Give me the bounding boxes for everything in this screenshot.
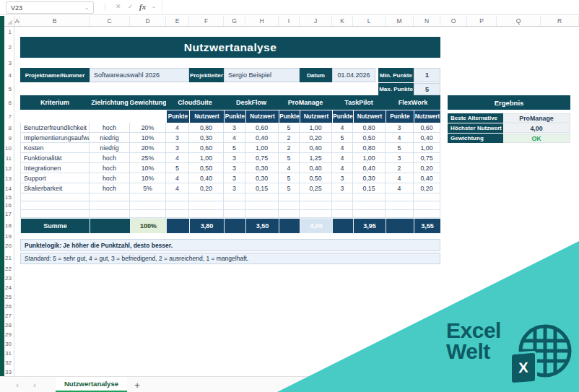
cell-empty[interactable] xyxy=(386,210,414,218)
row-number-27[interactable]: 27 xyxy=(4,311,14,321)
min-punkte-value[interactable]: 1 xyxy=(414,68,440,82)
row-number-21[interactable]: 21 xyxy=(4,252,14,264)
cell-gewichtung[interactable]: 10% xyxy=(130,133,166,143)
row-number-31[interactable]: 31 xyxy=(4,349,14,358)
cell-punkte[interactable]: 3 xyxy=(224,173,245,183)
cell-nutzwert[interactable]: 1,00 xyxy=(189,153,224,163)
row-number-13[interactable]: 13 xyxy=(4,173,14,183)
column-header-N[interactable]: N xyxy=(414,16,440,26)
cell-nutzwert[interactable]: 0,80 xyxy=(189,123,224,133)
cell-empty[interactable] xyxy=(386,201,414,209)
column-header-H[interactable]: H xyxy=(245,16,279,26)
row-number-2[interactable]: 2 xyxy=(4,37,14,58)
column-header-L[interactable]: L xyxy=(353,16,386,26)
cell-empty[interactable] xyxy=(279,193,300,201)
tab-next-arrow[interactable]: › xyxy=(27,377,42,392)
cell-punkte[interactable]: 2 xyxy=(279,133,300,143)
row-number-6[interactable]: 6 xyxy=(4,95,14,110)
cell-nutzwert[interactable]: 0,30 xyxy=(245,173,279,183)
column-header-F[interactable]: F xyxy=(189,16,224,26)
cell-punkte[interactable]: 4 xyxy=(166,183,189,193)
accept-icon[interactable]: ✓ xyxy=(128,3,134,10)
max-punkte-value[interactable]: 5 xyxy=(414,83,440,95)
date-value[interactable]: 01.04.2026 xyxy=(332,68,375,82)
cell-nutzwert[interactable]: 0,30 xyxy=(353,173,386,183)
cell-empty[interactable] xyxy=(224,193,245,201)
cell-nutzwert[interactable]: 0,30 xyxy=(245,163,279,173)
cell-punkte[interactable]: 2 xyxy=(386,163,414,173)
cancel-icon[interactable]: ✕ xyxy=(116,3,121,10)
column-header-D[interactable]: D xyxy=(130,16,166,26)
cell-empty[interactable] xyxy=(414,201,440,209)
ergebnis-value[interactable]: ProManage xyxy=(503,113,570,123)
cell-nutzwert[interactable]: 0,75 xyxy=(414,153,440,163)
summe-nutzwert[interactable]: 4,00 xyxy=(300,218,332,233)
cell-nutzwert[interactable]: 0,20 xyxy=(300,133,332,143)
cell-empty[interactable] xyxy=(20,193,90,201)
row-number-3[interactable]: 3 xyxy=(4,58,14,68)
cell-punkte[interactable]: 4 xyxy=(332,143,353,153)
summe-nutzwert[interactable]: 3,55 xyxy=(414,218,440,233)
cell-nutzwert[interactable]: 0,40 xyxy=(300,163,332,173)
cell-gewichtung[interactable]: 5% xyxy=(130,183,166,193)
cell-kriterium[interactable]: Skalierbarkeit xyxy=(20,183,90,193)
cell-empty[interactable] xyxy=(332,193,353,201)
cell-zielrichtung[interactable]: niedrig xyxy=(90,133,130,143)
cell-nutzwert[interactable]: 0,50 xyxy=(300,173,332,183)
ergebnis-value[interactable]: 4,00 xyxy=(503,123,570,133)
note-punktelogik[interactable]: Punktelogik: Je höher die Punktzahl, des… xyxy=(20,239,440,251)
cell-punkte[interactable]: 4 xyxy=(332,123,353,133)
cell-nutzwert[interactable]: 0,20 xyxy=(414,163,440,173)
cell-punkte[interactable]: 3 xyxy=(166,143,189,153)
cell-punkte[interactable]: 3 xyxy=(224,123,245,133)
cell-nutzwert[interactable]: 1,25 xyxy=(300,153,332,163)
cell-empty[interactable] xyxy=(90,201,130,209)
cell-nutzwert[interactable]: 0,40 xyxy=(414,173,440,183)
row-number-17[interactable]: 17 xyxy=(4,209,14,218)
cell-nutzwert[interactable]: 0,25 xyxy=(300,183,332,193)
row-number-29[interactable]: 29 xyxy=(4,330,14,339)
column-header-R[interactable]: R xyxy=(541,16,579,26)
formula-input[interactable] xyxy=(162,0,579,15)
column-header-M[interactable]: M xyxy=(386,16,414,26)
cell-empty[interactable] xyxy=(189,201,224,209)
cell-empty[interactable] xyxy=(245,201,279,209)
cell-nutzwert[interactable]: 0,60 xyxy=(189,143,224,153)
row-number-25[interactable]: 25 xyxy=(4,292,14,302)
cell-nutzwert[interactable]: 1,00 xyxy=(245,143,279,153)
cell-gewichtung[interactable]: 25% xyxy=(130,153,166,163)
cell-nutzwert[interactable]: 0,20 xyxy=(414,183,440,193)
cell-punkte[interactable]: 5 xyxy=(332,133,353,143)
row-number-11[interactable]: 11 xyxy=(4,153,14,163)
select-all-corner[interactable] xyxy=(4,16,14,27)
cell-zielrichtung[interactable]: hoch xyxy=(90,183,130,193)
cell-punkte[interactable]: 5 xyxy=(166,163,189,173)
cell-empty[interactable] xyxy=(224,210,245,218)
cell-empty[interactable] xyxy=(300,201,332,209)
cell-punkte[interactable]: 4 xyxy=(166,173,189,183)
cell-kriterium[interactable]: Kosten xyxy=(20,143,90,153)
cell-kriterium[interactable]: Support xyxy=(20,173,90,183)
cell-punkte[interactable]: 4 xyxy=(224,133,245,143)
cell-nutzwert[interactable]: 0,80 xyxy=(353,123,386,133)
cell-nutzwert[interactable]: 1,00 xyxy=(353,153,386,163)
insert-function-icon[interactable]: fx xyxy=(139,2,146,11)
row-number-20[interactable]: 20 xyxy=(4,239,14,252)
row-number-5[interactable]: 5 xyxy=(4,83,14,95)
cell-empty[interactable] xyxy=(20,210,90,218)
cell-nutzwert[interactable]: 1,00 xyxy=(414,143,440,153)
project-name-value[interactable]: Softwareauswahl 2026 xyxy=(90,68,189,82)
cell-nutzwert[interactable]: 0,40 xyxy=(300,143,332,153)
cell-empty[interactable] xyxy=(332,201,353,209)
cell-punkte[interactable]: 4 xyxy=(386,133,414,143)
row-number-18[interactable]: 18 xyxy=(4,218,14,233)
row-number-8[interactable]: 8 xyxy=(4,123,14,133)
tab-nutzwertanalyse[interactable]: Nutzwertanalyse xyxy=(56,377,127,392)
cell-nutzwert[interactable]: 1,00 xyxy=(300,123,332,133)
row-number-26[interactable]: 26 xyxy=(4,302,14,311)
cell-punkte[interactable]: 4 xyxy=(279,163,300,173)
cell-nutzwert[interactable]: 0,50 xyxy=(189,163,224,173)
cell-punkte[interactable]: 4 xyxy=(166,123,189,133)
cell-punkte[interactable]: 5 xyxy=(279,183,300,193)
column-header-G[interactable]: G xyxy=(224,16,245,26)
